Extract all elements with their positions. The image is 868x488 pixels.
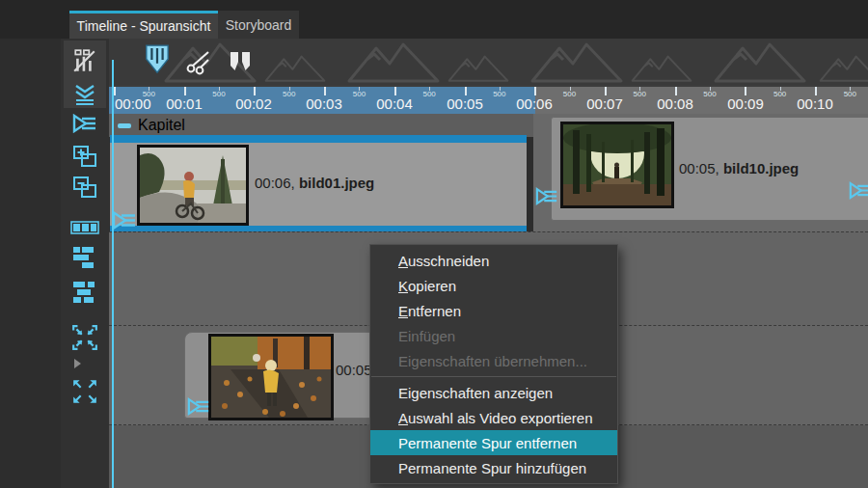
clip-bild01-label: 00:06, bild01.jpeg [255, 175, 374, 191]
track-continue-icon [849, 181, 868, 200]
scissors-icon [184, 48, 211, 75]
menu-separator [371, 376, 616, 377]
menu-item-eigenschaften-anzeigen[interactable]: Eigenschaften anzeigen [370, 380, 617, 405]
ruler-major-tick [465, 87, 467, 95]
objects-layout-a-icon [72, 246, 97, 269]
shrink-view-button[interactable] [64, 322, 106, 353]
ruler-time-label: 00:07 [586, 95, 623, 112]
ruler-major-tick [394, 87, 396, 95]
ruler-major-tick [534, 87, 536, 95]
split-object-icon [229, 51, 252, 72]
objects-layout-b-button[interactable] [64, 278, 106, 307]
range-marker-button[interactable] [138, 39, 176, 83]
ruler-time-label: 00:10 [797, 95, 833, 112]
objects-layout-b-icon [72, 281, 97, 304]
ruler-time-label: 00:03 [306, 95, 342, 112]
range-marker-icon [144, 44, 171, 77]
clip-bild10[interactable]: 00:05, bild10.jpeg [551, 117, 868, 221]
arrange-track-icon [72, 114, 97, 133]
insert-track-button[interactable] [64, 81, 106, 108]
ruler-major-tick [254, 87, 256, 95]
clip-bild01-track-icon [112, 210, 137, 230]
ruler-major-tick [605, 87, 607, 95]
tab-timeline-spuransicht[interactable]: Timeline - Spuransicht [69, 11, 218, 39]
menu-item-entfernen[interactable]: Entfernen [370, 298, 617, 323]
expand-view-icon [71, 378, 98, 405]
playhead-line[interactable] [112, 60, 114, 488]
menu-item-auswahl-exportieren[interactable]: Auswahl als Video exportieren [370, 405, 617, 430]
track-strip-button[interactable] [64, 218, 106, 237]
clip-autumn-track-icon [187, 397, 210, 416]
ruler-major-tick [324, 87, 326, 95]
menu-item-einfuegen: Einfügen [370, 323, 617, 348]
ruler-time-label: 00:05 [447, 95, 483, 112]
ruler-half-label: 500 [493, 90, 505, 98]
video-editor-timeline-window: Timeline - Spuransicht Storyboard [0, 0, 868, 488]
chapter-label: Kapitel [138, 117, 185, 134]
ruler-time-label: 00:04 [376, 95, 413, 112]
ruler-time-label: 00:00 [115, 95, 151, 112]
ruler-half-label: 500 [283, 90, 295, 98]
ruler-time-label: 00:08 [657, 95, 693, 112]
ruler-half-label: 500 [703, 90, 716, 98]
ruler-half-label: 500 [844, 90, 856, 98]
stats-disabled-icon [72, 48, 97, 73]
stats-disabled-button[interactable] [64, 41, 106, 81]
add-object-button[interactable] [64, 143, 106, 170]
shrink-view-icon [71, 324, 98, 351]
ruler-time-label: 00:06 [516, 95, 553, 112]
split-button[interactable] [221, 41, 259, 83]
ruler-half-label: 500 [634, 90, 646, 98]
chapter-marker-icon [118, 123, 131, 128]
tab-storyboard[interactable]: Storyboard [218, 11, 299, 39]
ruler-major-tick [114, 87, 116, 95]
timeline-ruler[interactable]: 500500500500500500500500500500500 00:00 … [109, 85, 868, 114]
clip-bild01-thumbnail [137, 145, 249, 226]
arrange-track-button[interactable] [64, 112, 106, 135]
ruler-major-tick [675, 87, 677, 95]
timeline-toolbar [109, 39, 868, 85]
ruler-half-label: 500 [212, 90, 225, 98]
clip-bild01-selected[interactable]: 00:06, bild01.jpeg [110, 135, 527, 233]
ruler-half-label: 500 [773, 90, 786, 98]
clip-autumn-thumbnail [208, 334, 334, 420]
clip-bild10-thumbnail [560, 122, 674, 208]
clip-bild10-label: 00:05, bild10.jpeg [679, 160, 799, 176]
ruler-half-label: 500 [422, 90, 435, 98]
menu-item-permanente-spur-hinzufuegen[interactable]: Permanente Spur hinzufügen [370, 455, 617, 480]
group-objects-button[interactable] [64, 174, 106, 201]
submenu-arrow-icon [74, 359, 81, 368]
clip-bild10-track-icon [535, 187, 558, 205]
ruler-half-label: 500 [353, 90, 366, 98]
menu-item-permanente-spur-entfernen[interactable]: Permanente Spur entfernen [370, 430, 617, 455]
expand-view-button[interactable] [64, 376, 106, 407]
ruler-major-tick [815, 87, 817, 95]
ruler-time-label: 00:09 [727, 95, 764, 112]
cut-button[interactable] [178, 41, 217, 83]
ruler-major-tick [745, 87, 746, 95]
menu-item-kopieren[interactable]: Kopieren [370, 273, 617, 298]
objects-layout-a-button[interactable] [64, 243, 106, 272]
ruler-major-tick [184, 87, 186, 95]
context-menu: Ausschneiden Kopieren Entfernen Einfügen… [369, 244, 618, 484]
ruler-half-label: 500 [563, 90, 576, 98]
insert-track-icon [73, 83, 96, 106]
menu-item-ausschneiden[interactable]: Ausschneiden [370, 248, 617, 273]
menu-item-eigenschaften-uebernehmen: Eigenschaften übernehmen... [370, 348, 617, 373]
group-objects-icon [72, 176, 97, 199]
add-object-icon [72, 145, 97, 168]
ruler-time-label: 00:02 [235, 95, 272, 112]
ruler-time-label: 00:01 [166, 95, 203, 112]
track-strip-icon [70, 221, 99, 234]
